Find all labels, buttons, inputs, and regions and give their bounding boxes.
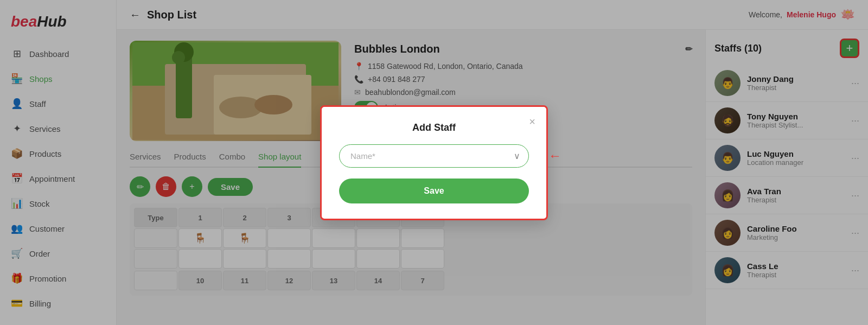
modal-save-button[interactable]: Save <box>339 179 529 203</box>
dropdown-arrow-icon: ∨ <box>514 151 520 161</box>
modal-close-button[interactable]: × <box>529 116 535 128</box>
red-arrow-indicator: ← <box>548 148 561 163</box>
modal-title: Add Staff <box>339 122 529 133</box>
modal-overlay[interactable]: Add Staff × ∨ ← Save <box>0 0 868 325</box>
add-staff-modal: Add Staff × ∨ ← Save <box>320 105 548 220</box>
modal-input-row: ∨ ← <box>339 144 529 168</box>
staff-name-input[interactable] <box>339 144 529 168</box>
